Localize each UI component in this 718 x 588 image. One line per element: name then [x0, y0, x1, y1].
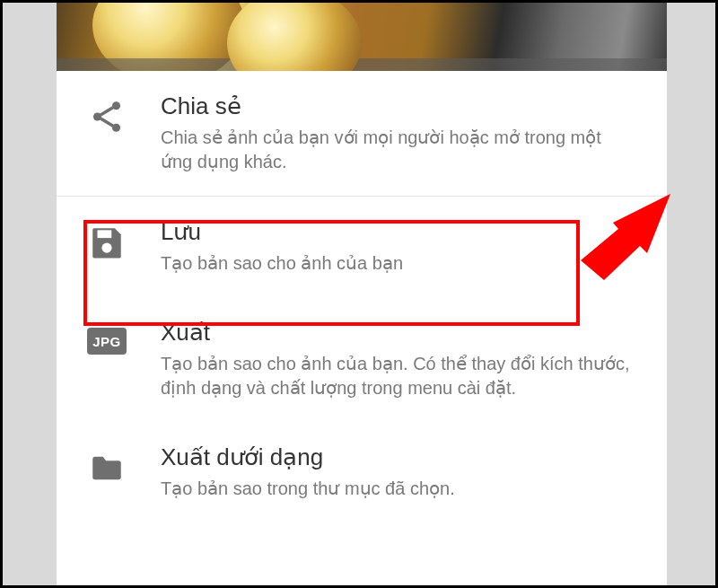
share-title: Chia sẻ: [161, 92, 635, 120]
save-item[interactable]: Lưu Tạo bản sao cho ảnh của bạn: [57, 197, 667, 297]
export-item[interactable]: JPG Xuất Tạo bản sao cho ảnh của bạn. Có…: [57, 297, 667, 422]
save-title: Lưu: [161, 218, 635, 246]
share-desc: Chia sẻ ảnh của bạn với mọi người hoặc m…: [161, 126, 635, 174]
svg-rect-3: [98, 230, 112, 238]
save-icon: [83, 218, 130, 261]
export-as-icon: [83, 443, 130, 487]
export-as-item[interactable]: Xuất dưới dạng Tạo bản sao trong thư mục…: [57, 422, 667, 522]
photo-preview: [57, 3, 667, 71]
share-icon: [83, 92, 130, 136]
screenshot-frame: Chia sẻ Chia sẻ ảnh của bạn với mọi ngườ…: [0, 0, 718, 588]
preview-overlay-bar: [57, 58, 667, 71]
save-desc: Tạo bản sao cho ảnh của bạn: [161, 251, 635, 276]
export-desc: Tạo bản sao cho ảnh của bạn. Có thể thay…: [161, 352, 635, 400]
jpg-badge-icon: JPG: [87, 328, 127, 355]
export-as-title: Xuất dưới dạng: [161, 443, 635, 471]
phone-screen: Chia sẻ Chia sẻ ảnh của bạn với mọi ngườ…: [57, 3, 667, 585]
export-title: Xuất: [161, 319, 635, 347]
export-as-desc: Tạo bản sao trong thư mục đã chọn.: [161, 477, 635, 501]
export-icon: JPG: [83, 319, 130, 355]
floppy-icon: [88, 224, 126, 261]
folder-icon: [88, 449, 126, 487]
svg-point-4: [101, 243, 111, 253]
share-item[interactable]: Chia sẻ Chia sẻ ảnh của bạn với mọi ngườ…: [57, 71, 667, 196]
share-icon-svg: [88, 98, 126, 136]
action-sheet: Chia sẻ Chia sẻ ảnh của bạn với mọi ngườ…: [57, 71, 667, 522]
